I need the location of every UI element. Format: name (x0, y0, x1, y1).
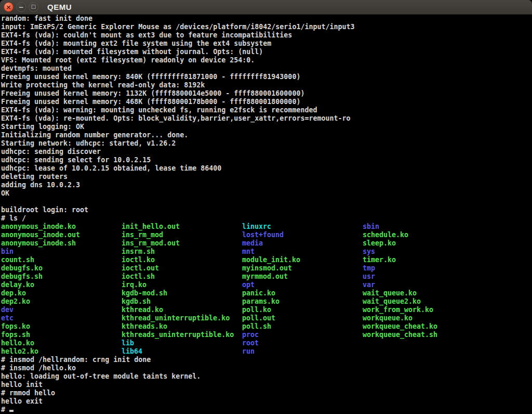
terminal-line: devtmpfs: mounted (1, 64, 532, 73)
terminal-line: bininsrm.shmntsys (1, 248, 532, 256)
ls-entry: irq.ko (122, 281, 147, 289)
ls-entry: module_init.ko (242, 256, 300, 264)
terminal-line: count.shioctl.komodule_init.kotimer.ko (1, 256, 532, 264)
terminal-line: hello.kolibroot (1, 339, 532, 347)
ls-entry: lib64 (122, 347, 142, 356)
terminal-line: dep2.kokgdb.shparams.kowait_queue2.ko (1, 297, 532, 306)
terminal-line: udhcpc: lease of 10.0.2.15 obtained, lea… (1, 164, 532, 173)
ls-entry: sleep.ko (363, 239, 396, 248)
ls-entry: workqueue_cheat.ko (363, 322, 437, 331)
ls-entry: kgdb.sh (122, 297, 151, 306)
terminal-line: random: fast init done (1, 15, 532, 23)
ls-entry: ioctl.out (122, 264, 159, 273)
ls-entry: poll.sh (242, 322, 271, 331)
terminal-line: EXT4-fs (vda): mounted filesystem withou… (1, 48, 532, 56)
terminal-line: devkthread.kopoll.kowork_from_work.ko (1, 306, 532, 314)
close-button[interactable]: × (4, 2, 14, 12)
terminal-line: Starting network: udhcpc: started, v1.26… (1, 139, 532, 148)
minimize-button[interactable]: − (16, 2, 26, 12)
terminal-line: EXT4-fs (vda): couldn't mount as ext3 du… (1, 31, 532, 40)
terminal-line: etckthread_uninterruptible.kopoll.outwor… (1, 314, 532, 322)
terminal-line: deleting routers (1, 173, 532, 181)
ls-entry: sys (363, 248, 375, 256)
ls-entry: var (363, 281, 375, 289)
terminal-line (1, 198, 532, 206)
ls-entry: wait_queue2.ko (363, 297, 421, 306)
ls-entry: lib (122, 339, 134, 347)
terminal-cursor (9, 410, 14, 412)
ls-entry: ins_rm_mod (122, 231, 163, 239)
terminal-line: anonymous_inode.koinit_hello.outlinuxrcs… (1, 223, 532, 231)
terminal-line: anonymous_inode.outins_rm_modlost+founds… (1, 231, 532, 239)
ls-entry: dep2.ko (1, 297, 30, 306)
ls-entry: debugfs.sh (1, 273, 43, 281)
ls-entry: kthreads_uninterruptible.ko (122, 331, 234, 339)
maximize-icon: □ (31, 4, 36, 9)
ls-entry: init_hello.out (122, 223, 180, 231)
ls-entry: ioctl.sh (122, 273, 155, 281)
terminal-line: debugfs.koioctl.outmyinsmod.outtmp (1, 264, 532, 273)
terminal-line: EXT4-fs (vda): re-mounted. Opts: block_v… (1, 114, 532, 123)
ls-entry: dev (1, 306, 14, 314)
terminal-line: adding dns 10.0.2.3 (1, 181, 532, 189)
ls-entry: mnt (242, 248, 255, 256)
terminal-line: Starting logging: OK (1, 123, 532, 131)
qemu-window: × − □ QEMU random: fast init doneinput: … (0, 0, 532, 414)
terminal-line: Freeing unused kernel memory: 1132K (fff… (1, 89, 532, 98)
terminal-line: anonymous_inode.shins_rm_mod.outmediasle… (1, 239, 532, 248)
terminal-line: # insmod /hello.ko (1, 364, 532, 372)
ls-entry: media (242, 239, 263, 248)
ls-entry: wait_queue.ko (363, 289, 417, 297)
terminal-line: EXT4-fs (vda): warning: mounting uncheck… (1, 106, 532, 114)
ls-entry: proc (242, 331, 259, 339)
ls-entry: bin (1, 248, 14, 256)
terminal-screen[interactable]: random: fast init doneinput: ImExPS/2 Ge… (0, 15, 532, 414)
terminal-line: Initializing random number generator... … (1, 131, 532, 139)
ls-entry: hello.ko (1, 339, 34, 347)
ls-entry: debugfs.ko (1, 264, 43, 273)
ls-entry: fops.sh (1, 331, 30, 339)
ls-entry: lost+found (242, 231, 284, 239)
ls-entry: delay.ko (1, 281, 34, 289)
ls-entry: poll.out (242, 314, 275, 322)
window-titlebar[interactable]: × − □ QEMU (0, 0, 532, 15)
ls-entry: anonymous_inode.sh (1, 239, 76, 248)
ls-entry: schedule.ko (363, 231, 408, 239)
ls-entry: insrm.sh (122, 248, 155, 256)
terminal-line: EXT4-fs (vda): mounting ext2 file system… (1, 40, 532, 48)
terminal-line: udhcpc: sending discover (1, 148, 532, 156)
ls-entry: ins_rm_mod.out (122, 239, 180, 248)
terminal-line: debugfs.shioctl.shmyrmmod.outusr (1, 273, 532, 281)
terminal-line: # insmod /hellrandom: crng init done (1, 356, 532, 364)
ls-entry: hello2.ko (1, 347, 38, 356)
terminal-line: Freeing unused kernel memory: 840K (ffff… (1, 73, 532, 81)
terminal-line: udhcpc: sending select for 10.0.2.15 (1, 156, 532, 164)
ls-entry: tmp (363, 264, 375, 273)
terminal-line: dep.kokgdb-mod.shpanic.kowait_queue.ko (1, 289, 532, 297)
ls-entry: params.ko (242, 297, 280, 306)
terminal-line: VFS: Mounted root (ext2 filesystem) read… (1, 56, 532, 64)
terminal-line: Write protecting the kernel read-only da… (1, 81, 532, 89)
terminal-line: input: ImExPS/2 Generic Explorer Mouse a… (1, 23, 532, 31)
terminal-line: Freeing unused kernel memory: 468K (ffff… (1, 98, 532, 106)
terminal-line: fops.shkthreads_uninterruptible.koprocwo… (1, 331, 532, 339)
ls-entry: anonymous_inode.ko (1, 223, 76, 231)
ls-entry: work_from_work.ko (363, 306, 433, 314)
ls-entry: dep.ko (1, 289, 26, 297)
maximize-button[interactable]: □ (29, 2, 38, 12)
ls-entry: poll.ko (242, 306, 271, 314)
ls-entry: panic.ko (242, 289, 275, 297)
terminal-line: OK (1, 189, 532, 198)
ls-entry: workqueue.ko (363, 314, 413, 322)
minimize-icon: − (18, 4, 23, 10)
ls-entry: workqueue_cheat.sh (363, 331, 437, 339)
ls-entry: count.sh (1, 256, 34, 264)
ls-entry: kthread.ko (122, 306, 163, 314)
terminal-line: buildroot login: root (1, 206, 532, 214)
ls-entry: myinsmod.out (242, 264, 292, 273)
ls-entry: linuxrc (242, 223, 271, 231)
terminal-line: hello: loading out-of-tree module taints… (1, 372, 532, 381)
ls-entry: run (242, 347, 255, 356)
terminal-line: delay.koirq.kooptvar (1, 281, 532, 289)
terminal-line: fops.kokthreads.kopoll.shworkqueue_cheat… (1, 322, 532, 331)
